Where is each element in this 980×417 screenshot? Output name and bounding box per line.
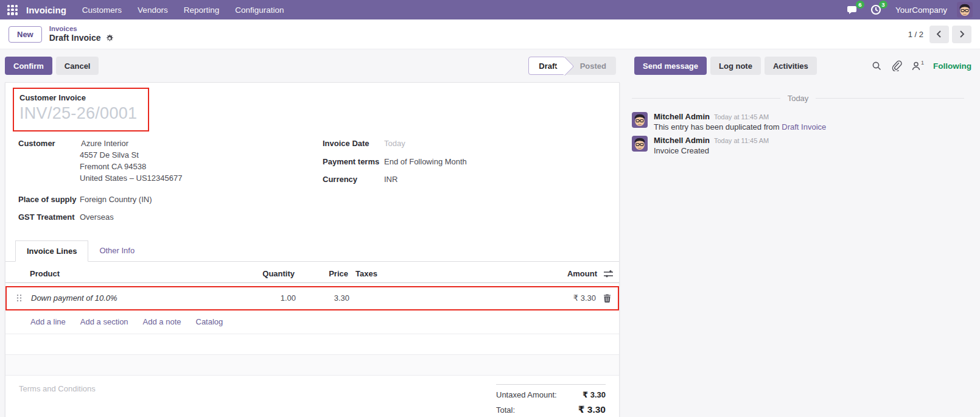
customer-field[interactable]: Azure Interior 4557 De Silva St Fremont … (80, 139, 182, 184)
pager: 1 / 2 (908, 26, 971, 43)
activities-button[interactable]: Activities (765, 57, 817, 75)
following-toggle[interactable]: Following (933, 61, 971, 71)
search-messages-icon[interactable] (872, 61, 882, 71)
form-actions: Confirm Cancel Draft Posted (5, 57, 621, 75)
drag-handle-icon[interactable] (7, 294, 31, 302)
invoice-date-field[interactable]: Today (384, 139, 405, 148)
activities-clock-icon[interactable]: 3 (870, 4, 883, 16)
message-text: This entry has been duplicated from (654, 122, 782, 131)
date-divider: Today (632, 94, 964, 103)
customer-label: Customer (18, 139, 80, 184)
add-a-line-link[interactable]: Add a line (30, 317, 66, 326)
pager-next-button[interactable] (952, 26, 971, 43)
nav-item-reporting[interactable]: Reporting (184, 5, 220, 15)
message-time: Today at 11:45 AM (714, 137, 769, 144)
message: Mitchell Admin Today at 11:45 AM This en… (632, 112, 964, 131)
message-time: Today at 11:45 AM (714, 113, 769, 121)
message-body: This entry has been duplicated from Draf… (654, 122, 826, 131)
log-note-button[interactable]: Log note (710, 57, 761, 75)
message-body: Invoice Created (654, 146, 769, 155)
terms-and-conditions-field[interactable]: Terms and Conditions (19, 384, 96, 417)
catalog-link[interactable]: Catalog (196, 317, 223, 326)
payment-terms-label: Payment terms (323, 157, 384, 166)
content-area: Customer Invoice INV/25-26/0001 Customer… (0, 82, 980, 417)
message-author-avatar[interactable] (632, 136, 648, 152)
currency-field[interactable]: INR (384, 175, 397, 184)
status-draft[interactable]: Draft (528, 57, 565, 75)
line-quantity[interactable]: 1.00 (232, 293, 296, 303)
gst-treatment-row: GST Treatment Overseas (18, 212, 323, 222)
place-of-supply-row: Place of supply Foreign Country (IN) (18, 195, 323, 204)
nav-item-configuration[interactable]: Configuration (235, 5, 284, 15)
add-a-section-link[interactable]: Add a section (80, 317, 128, 326)
line-price[interactable]: 3.30 (296, 293, 349, 303)
company-switcher[interactable]: YourCompany (895, 5, 947, 15)
nav-item-customers[interactable]: Customers (82, 5, 122, 15)
messages-icon[interactable]: 6 (847, 4, 860, 16)
column-header-product[interactable]: Product (30, 269, 231, 278)
empty-table-row (5, 355, 619, 376)
invoice-date-label: Invoice Date (323, 139, 384, 148)
tab-other-info[interactable]: Other Info (88, 240, 145, 261)
optional-columns-icon[interactable] (604, 270, 613, 278)
payment-terms-field[interactable]: End of Following Month (384, 157, 467, 166)
followers-icon[interactable]: 1 (911, 61, 924, 71)
message-list: Mitchell Admin Today at 11:45 AM This en… (632, 112, 964, 155)
new-button[interactable]: New (9, 26, 42, 43)
delete-line-icon[interactable] (603, 294, 611, 303)
column-header-price[interactable]: Price (295, 269, 348, 278)
user-avatar[interactable] (957, 2, 973, 18)
apps-grid-icon[interactable] (7, 5, 18, 15)
tab-invoice-lines[interactable]: Invoice Lines (15, 240, 88, 262)
top-nav-bar: Invoicing Customers Vendors Reporting Co… (0, 0, 980, 19)
total-label: Total: (496, 405, 515, 415)
send-message-button[interactable]: Send message (634, 57, 707, 75)
app-name[interactable]: Invoicing (26, 5, 66, 15)
customer-address-line: United States – US12345677 (80, 173, 182, 184)
total-value: ₹ 3.30 (578, 404, 606, 415)
field-groups: Customer Azure Interior 4557 De Silva St… (5, 131, 619, 230)
left-field-column: Customer Azure Interior 4557 De Silva St… (18, 139, 323, 230)
currency-label: Currency (323, 175, 384, 184)
breadcrumb-parent[interactable]: Invoices (49, 24, 114, 33)
customer-field-row: Customer Azure Interior 4557 De Silva St… (18, 139, 323, 184)
line-product[interactable]: Down payment of 10.0% (31, 293, 232, 303)
breadcrumb-bar: New Invoices Draft Invoice 1 / 2 (0, 19, 980, 49)
column-header-taxes[interactable]: Taxes (348, 269, 531, 278)
right-field-column: Invoice Date Today Payment terms End of … (323, 139, 467, 230)
breadcrumb-current-label: Draft Invoice (49, 33, 101, 44)
cancel-button[interactable]: Cancel (56, 57, 99, 75)
activities-badge: 3 (879, 1, 887, 9)
customer-name[interactable]: Azure Interior (81, 139, 182, 148)
invoice-date-row: Invoice Date Today (323, 139, 467, 148)
breadcrumb: Invoices Draft Invoice (49, 24, 114, 44)
place-of-supply-field[interactable]: Foreign Country (IN) (80, 195, 152, 204)
currency-row: Currency INR (323, 175, 467, 184)
empty-table-row (5, 334, 619, 355)
breadcrumb-current: Draft Invoice (49, 33, 114, 44)
nav-item-vendors[interactable]: Vendors (138, 5, 168, 15)
attachments-paperclip-icon[interactable] (891, 60, 902, 71)
pager-previous-button[interactable] (929, 26, 949, 43)
nav-menu: Customers Vendors Reporting Configuratio… (82, 5, 284, 15)
untaxed-amount-label: Untaxed Amount: (496, 390, 557, 399)
line-amount: ₹ 3.30 (532, 293, 596, 303)
invoice-number-field[interactable]: INV/25-26/0001 (19, 104, 137, 123)
message: Mitchell Admin Today at 11:45 AM Invoice… (632, 136, 964, 155)
nav-right-zone: 6 3 YourCompany (847, 2, 973, 18)
doc-number-highlight-box: Customer Invoice INV/25-26/0001 (13, 88, 149, 131)
column-header-quantity[interactable]: Quantity (231, 269, 295, 278)
add-a-note-link[interactable]: Add a note (143, 317, 181, 326)
gear-icon[interactable] (105, 34, 114, 43)
gst-treatment-label: GST Treatment (18, 212, 80, 222)
invoice-line-row[interactable]: Down payment of 10.0% 1.00 3.30 ₹ 3.30 (7, 287, 618, 309)
message-author[interactable]: Mitchell Admin (654, 112, 710, 121)
message-author-avatar[interactable] (632, 112, 648, 128)
message-author[interactable]: Mitchell Admin (654, 136, 710, 145)
column-header-amount[interactable]: Amount (531, 269, 597, 278)
gst-treatment-field[interactable]: Overseas (80, 212, 114, 222)
invoice-line-highlight-box: Down payment of 10.0% 1.00 3.30 ₹ 3.30 (5, 286, 619, 310)
chatter-actions: Send message Log note Activities 1 Follo… (621, 57, 980, 75)
confirm-button[interactable]: Confirm (5, 57, 52, 75)
message-record-link[interactable]: Draft Invoice (782, 122, 826, 131)
